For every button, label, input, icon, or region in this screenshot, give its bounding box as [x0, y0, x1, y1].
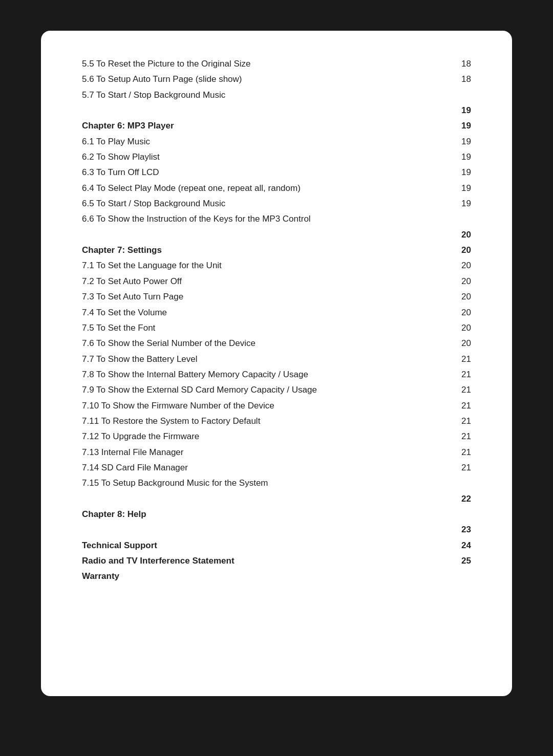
list-item: 7.12 To Upgrade the Firmware21 [82, 429, 471, 444]
entry-text: Chapter 8: Help [82, 507, 413, 522]
entry-page [413, 507, 471, 522]
list-item: Chapter 8: Help [82, 507, 471, 522]
list-item: 7.11 To Restore the System to Factory De… [82, 414, 471, 429]
list-item: Warranty [82, 569, 471, 584]
entry-text: 7.10 To Show the Firmware Number of the … [82, 398, 413, 414]
entry-text: 7.2 To Set Auto Power Off [82, 274, 413, 289]
entry-page: 21 [413, 367, 471, 382]
entry-text: 5.6 To Setup Auto Turn Page (slide show) [82, 72, 413, 87]
list-item: 7.2 To Set Auto Power Off20 [82, 274, 471, 289]
list-item: 7.3 To Set Auto Turn Page20 [82, 289, 471, 305]
entry-page: 23 [413, 522, 471, 537]
entry-text: 6.3 To Turn Off LCD [82, 165, 413, 180]
list-item: Chapter 7: Settings20 [82, 243, 471, 258]
entry-page: 20 [413, 289, 471, 305]
list-item: 6.2 To Show Playlist19 [82, 149, 471, 165]
entry-page: 19 [413, 103, 471, 118]
entry-page: 21 [413, 352, 471, 367]
list-item: 5.5 To Reset the Picture to the Original… [82, 56, 471, 72]
entry-page: 19 [413, 196, 471, 211]
entry-text: 7.3 To Set Auto Turn Page [82, 289, 413, 305]
entry-page: 22 [413, 491, 471, 507]
entry-text: 6.2 To Show Playlist [82, 149, 413, 165]
list-item: 5.7 To Start / Stop Background Music [82, 88, 471, 103]
list-item: 20 [82, 227, 471, 243]
list-item: Chapter 6: MP3 Player19 [82, 118, 471, 134]
entry-page [413, 476, 471, 491]
entry-text: 7.4 To Set the Volume [82, 305, 413, 320]
entry-page: 20 [413, 336, 471, 351]
entry-page: 21 [413, 382, 471, 398]
list-item: 7.15 To Setup Background Music for the S… [82, 476, 471, 491]
entry-page: 20 [413, 305, 471, 320]
entry-text: 7.15 To Setup Background Music for the S… [82, 476, 413, 491]
entry-page: 19 [413, 134, 471, 149]
entry-text: Chapter 6: MP3 Player [82, 118, 413, 134]
entry-text [82, 227, 413, 243]
list-item: 6.3 To Turn Off LCD19 [82, 165, 471, 180]
list-item: 7.1 To Set the Language for the Unit20 [82, 258, 471, 273]
entry-page: 21 [413, 429, 471, 444]
entry-page: 18 [413, 56, 471, 72]
entry-text: 6.4 To Select Play Mode (repeat one, rep… [82, 181, 413, 196]
entry-text: 7.1 To Set the Language for the Unit [82, 258, 413, 273]
list-item: 19 [82, 103, 471, 118]
list-item: 23 [82, 522, 471, 537]
entry-text: 6.1 To Play Music [82, 134, 413, 149]
list-item: 6.6 To Show the Instruction of the Keys … [82, 211, 471, 227]
entry-page: 21 [413, 414, 471, 429]
entry-page [413, 211, 471, 227]
list-item: 22 [82, 491, 471, 507]
entry-page: 20 [413, 227, 471, 243]
list-item: 7.7 To Show the Battery Level21 [82, 352, 471, 367]
entry-page: 20 [413, 243, 471, 258]
list-item: 7.5 To Set the Font20 [82, 320, 471, 336]
list-item: 5.6 To Setup Auto Turn Page (slide show)… [82, 72, 471, 87]
entry-page [413, 569, 471, 584]
entry-page: 19 [413, 181, 471, 196]
entry-page: 21 [413, 445, 471, 460]
entry-page: 19 [413, 165, 471, 180]
entry-text: Radio and TV Interference Statement [82, 553, 413, 569]
list-item: 6.5 To Start / Stop Background Music19 [82, 196, 471, 211]
entry-text: 7.13 Internal File Manager [82, 445, 413, 460]
entry-page: 25 [413, 553, 471, 569]
list-item: 7.4 To Set the Volume20 [82, 305, 471, 320]
document-card: 5.5 To Reset the Picture to the Original… [41, 31, 512, 696]
list-item: 7.9 To Show the External SD Card Memory … [82, 382, 471, 398]
entry-text: 5.7 To Start / Stop Background Music [82, 88, 413, 103]
entry-page: 20 [413, 320, 471, 336]
list-item: 6.4 To Select Play Mode (repeat one, rep… [82, 181, 471, 196]
entry-page: 20 [413, 258, 471, 273]
entry-text: 7.5 To Set the Font [82, 320, 413, 336]
list-item: 7.8 To Show the Internal Battery Memory … [82, 367, 471, 382]
entry-text: 7.6 To Show the Serial Number of the Dev… [82, 336, 413, 351]
entry-text: 7.14 SD Card File Manager [82, 460, 413, 476]
entry-text: 7.12 To Upgrade the Firmware [82, 429, 413, 444]
entry-text: 7.7 To Show the Battery Level [82, 352, 413, 367]
entry-text: 6.5 To Start / Stop Background Music [82, 196, 413, 211]
entry-text: Warranty [82, 569, 413, 584]
entry-page: 20 [413, 274, 471, 289]
entry-text [82, 491, 413, 507]
entry-text: Technical Support [82, 538, 413, 553]
entry-page [413, 88, 471, 103]
entry-text [82, 522, 413, 537]
list-item: 7.14 SD Card File Manager21 [82, 460, 471, 476]
list-item: Technical Support24 [82, 538, 471, 553]
entry-page: 24 [413, 538, 471, 553]
entry-page: 19 [413, 149, 471, 165]
entry-text: 5.5 To Reset the Picture to the Original… [82, 56, 413, 72]
entry-page: 21 [413, 460, 471, 476]
list-item: 6.1 To Play Music19 [82, 134, 471, 149]
page-container: 5.5 To Reset the Picture to the Original… [0, 0, 553, 756]
entry-page: 19 [413, 118, 471, 134]
toc-table: 5.5 To Reset the Picture to the Original… [82, 56, 471, 585]
entry-page: 18 [413, 72, 471, 87]
entry-page: 21 [413, 398, 471, 414]
entry-text: 7.11 To Restore the System to Factory De… [82, 414, 413, 429]
entry-text [82, 103, 413, 118]
entry-text: 7.9 To Show the External SD Card Memory … [82, 382, 413, 398]
list-item: 7.6 To Show the Serial Number of the Dev… [82, 336, 471, 351]
entry-text: 7.8 To Show the Internal Battery Memory … [82, 367, 413, 382]
